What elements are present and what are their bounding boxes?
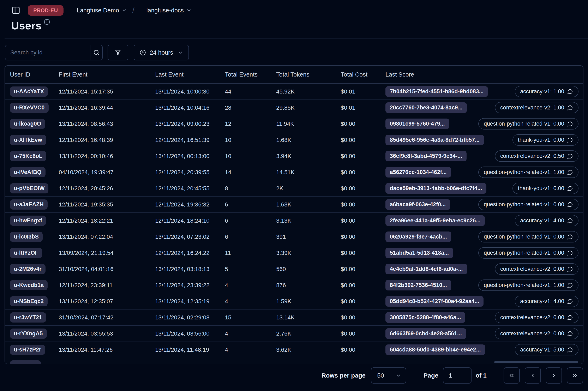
score-pill[interactable]: accuracy-v1: 5.00 xyxy=(515,344,579,355)
last-event-cell: 12/11/2024, 20:39:55 xyxy=(150,169,220,176)
breadcrumb-org[interactable]: Langfuse Demo xyxy=(77,7,127,14)
last-event-cell: 13/11/2024, 07:23:02 xyxy=(150,234,220,240)
table-row[interactable]: u-ltIYzOF 13/09/2024, 21:19:54 12/11/202… xyxy=(5,245,583,261)
last-event-cell: 13/11/2024, 03:18:13 xyxy=(150,266,220,273)
trace-id-badge[interactable]: 604cda88-50d0-4389-bb4e-e94e2... xyxy=(386,344,485,355)
trace-id-badge[interactable]: 3005875c-5288-4f80-a46a... xyxy=(386,312,465,323)
total-cost-cell: $0.00 xyxy=(336,137,381,143)
score-pill[interactable]: accuracy-v1: 4.00 xyxy=(515,215,579,226)
info-icon[interactable] xyxy=(44,19,50,25)
user-id-badge[interactable]: u-pVbEOIW xyxy=(10,183,48,194)
comment-icon xyxy=(567,234,573,240)
time-range-select[interactable]: 24 hours xyxy=(134,45,189,60)
user-id-badge[interactable]: u-r3wYT21 xyxy=(10,312,46,322)
score-pill[interactable]: thank-you-v1: 0.00 xyxy=(512,134,579,146)
total-events-cell: 8 xyxy=(220,185,271,192)
user-id-badge[interactable]: u-Kwcdb1a xyxy=(10,280,48,290)
chevron-down-icon xyxy=(186,8,192,13)
page-number-input[interactable] xyxy=(443,367,472,384)
user-id-badge[interactable] xyxy=(10,360,41,364)
table-row[interactable]: u-Kwcdb1a 12/11/2024, 23:39:11 12/11/202… xyxy=(5,277,583,293)
score-pill[interactable]: contextrelevance-v2: 1.00 xyxy=(495,102,579,113)
user-id-badge[interactable]: u-75Ke6oL xyxy=(10,151,46,161)
user-id-badge[interactable]: u-lkoag0O xyxy=(10,119,45,129)
user-id-badge[interactable]: u-sH7zP2r xyxy=(10,345,45,355)
trace-id-badge[interactable]: 2fea96ee-441a-49f5-9eba-ec9c26... xyxy=(386,215,485,226)
trace-id-badge[interactable]: dace59eb-3913-4abb-b06e-dfc7f4... xyxy=(386,183,487,194)
table-row[interactable]: u-lkoag0O 13/11/2024, 08:56:43 13/11/202… xyxy=(5,116,583,132)
trace-id-badge[interactable]: 84f2b302-7536-4510... xyxy=(386,280,451,291)
user-id-badge[interactable]: u-rYXngA5 xyxy=(10,328,47,339)
first-event-cell: 12/11/2024, 16:39:44 xyxy=(54,104,150,111)
first-event-cell: 12/11/2024, 20:45:26 xyxy=(54,185,150,192)
last-event-cell: 13/11/2024, 10:04:16 xyxy=(150,104,220,111)
next-page-button[interactable] xyxy=(546,367,562,384)
trace-id-badge[interactable]: a56276cc-1034-462f... xyxy=(386,167,451,178)
trace-id-badge[interactable]: 05dd94c8-b524-427f-80a4-92aa4... xyxy=(386,296,484,307)
score-pill[interactable]: question-python-related-v1: 0.00 xyxy=(478,247,579,259)
previous-page-button[interactable] xyxy=(525,367,541,384)
trace-id-badge[interactable]: 20cc7760-7be3-4074-8ac9... xyxy=(386,102,467,113)
table-row[interactable]: u-rYXngA5 13/11/2024, 03:55:53 13/11/202… xyxy=(5,326,583,342)
user-id-badge[interactable]: u-2M26v4r xyxy=(10,264,46,274)
user-id-badge[interactable]: u-hwFngxf xyxy=(10,215,46,226)
user-id-badge[interactable]: u-ltIYzOF xyxy=(10,248,42,258)
score-label: thank-you-v1: 0.00 xyxy=(518,137,564,143)
score-pill[interactable]: accuracy-v1: 4.00 xyxy=(515,296,579,307)
table-row[interactable]: u-r3wYT21 31/10/2024, 07:17:42 13/11/202… xyxy=(5,309,583,326)
user-id-badge[interactable]: u-XlTkEvw xyxy=(10,135,46,145)
user-id-badge[interactable]: u-NSbEqc2 xyxy=(10,296,48,306)
table-row[interactable]: u-a3aEAZH 12/11/2024, 19:35:35 12/11/202… xyxy=(5,196,583,213)
comment-icon xyxy=(567,169,573,176)
breadcrumb-project[interactable]: langfuse-docs xyxy=(146,7,192,14)
environment-badge[interactable]: PROD-EU xyxy=(28,5,64,16)
search-input[interactable] xyxy=(5,45,90,60)
filter-button[interactable] xyxy=(107,45,128,60)
table-row[interactable]: u-AAcYaTX 12/11/2024, 15:17:35 13/11/202… xyxy=(5,84,583,100)
horizontal-scrollbar[interactable] xyxy=(494,361,578,363)
trace-id-badge[interactable]: 7b04b215-7fed-4551-b86d-9bd083... xyxy=(386,86,488,97)
score-pill[interactable]: contextrelevance-v2: 0.00 xyxy=(495,312,579,323)
score-pill[interactable]: question-python-related-v1: 0.00 xyxy=(478,118,579,129)
score-pill[interactable]: contextrelevance-v2: 0.00 xyxy=(495,263,579,275)
table-row[interactable]: u-XlTkEvw 12/11/2024, 16:48:39 12/11/202… xyxy=(5,132,583,148)
trace-id-badge[interactable]: 09801c99-5760-479... xyxy=(386,118,449,129)
score-pill[interactable]: question-python-related-v1: 0.00 xyxy=(478,231,579,242)
last-page-button[interactable] xyxy=(567,367,583,384)
trace-id-badge[interactable]: 0620a929-f3e7-4acb... xyxy=(386,231,451,242)
table-row[interactable]: u-RXeVVC0 12/11/2024, 16:39:44 13/11/202… xyxy=(5,100,583,116)
user-id-badge[interactable]: u-lVeAfBQ xyxy=(10,167,46,177)
score-pill[interactable]: question-python-related-v1: 1.00 xyxy=(478,280,579,291)
table-row[interactable]: u-NSbEqc2 13/11/2024, 12:35:07 13/11/202… xyxy=(5,293,583,309)
total-cost-cell: $0.00 xyxy=(336,330,381,337)
total-cost-cell: $0.00 xyxy=(336,282,381,289)
table-row[interactable]: u-sH7zP2r 13/11/2024, 11:47:26 13/11/202… xyxy=(5,342,583,358)
first-page-button[interactable] xyxy=(503,367,520,384)
score-pill[interactable]: accuracy-v1: 1.00 xyxy=(515,86,579,97)
score-pill[interactable]: question-python-related-v1: 0.00 xyxy=(478,199,579,210)
trace-id-badge[interactable]: 36ef9c8f-3abd-4579-9e34-... xyxy=(386,151,467,161)
score-pill[interactable]: contextrelevance-v2: 0.50 xyxy=(495,150,579,162)
table-row[interactable]: u-2M26v4r 31/10/2024, 04:01:16 13/11/202… xyxy=(5,261,583,277)
score-pill[interactable]: thank-you-v1: 0.00 xyxy=(512,183,579,194)
search-button[interactable] xyxy=(90,45,102,60)
trace-id-badge[interactable]: 6d663f69-0cbd-4e28-a561... xyxy=(386,328,466,339)
score-pill[interactable]: contextrelevance-v2: 0.00 xyxy=(495,328,579,339)
score-pill[interactable]: question-python-related-v1: 1.00 xyxy=(478,167,579,178)
trace-id-badge[interactable]: 4e4cb9af-1dd8-4cf6-ad0a-... xyxy=(386,264,467,274)
table-row[interactable]: u-lVeAfBQ 04/10/2024, 19:39:47 12/11/202… xyxy=(5,164,583,180)
trace-id-badge[interactable]: a6baca9f-063e-42f0... xyxy=(386,199,450,210)
user-id-badge[interactable]: u-AAcYaTX xyxy=(10,87,48,97)
user-id-badge[interactable]: u-a3aEAZH xyxy=(10,199,48,209)
table-row[interactable]: u-pVbEOIW 12/11/2024, 20:45:26 12/11/202… xyxy=(5,180,583,196)
user-id-badge[interactable]: u-RXeVVC0 xyxy=(10,102,49,113)
table-row[interactable]: u-lc0I3bS 13/11/2024, 07:22:04 13/11/202… xyxy=(5,229,583,245)
trace-id-badge[interactable]: 85d495e6-956e-4a3a-8d72-bfb57... xyxy=(386,135,484,145)
table-row[interactable]: u-hwFngxf 12/11/2024, 18:22:21 12/11/202… xyxy=(5,213,583,229)
sidebar-toggle-icon[interactable] xyxy=(11,5,21,15)
table-row[interactable]: u-75Ke6oL 13/11/2024, 00:10:46 13/11/202… xyxy=(5,148,583,164)
user-id-badge[interactable]: u-lc0I3bS xyxy=(10,232,43,242)
trace-id-badge[interactable]: 51abd5a1-5d13-418a... xyxy=(386,248,453,258)
rows-per-page-select[interactable]: 50 xyxy=(371,367,406,384)
table-row[interactable] xyxy=(5,358,583,364)
